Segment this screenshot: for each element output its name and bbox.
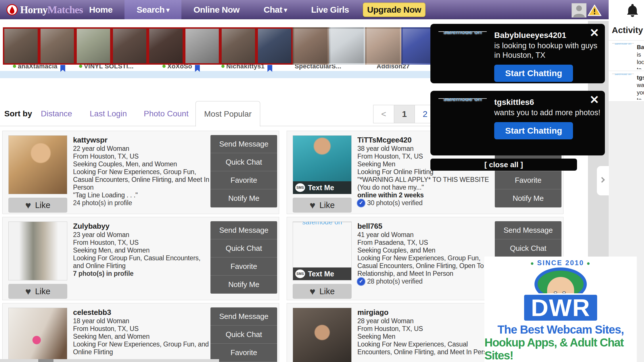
favorite-button[interactable]: Favorite (495, 171, 561, 189)
sort-by-label: Sort by (4, 101, 32, 126)
start-chatting-button[interactable]: Start Chatting (494, 65, 573, 82)
avatar[interactable] (572, 3, 586, 18)
quick-chat-button[interactable]: Quick Chat (210, 326, 277, 344)
like-button[interactable]: ♥ Like (8, 284, 67, 299)
nav-item-home[interactable]: Home (77, 0, 124, 19)
tab-last-login[interactable]: Last Login (90, 101, 127, 126)
activity-text: Babyblueeyes4201 is looking to hookup wi… (637, 43, 644, 69)
scrollbar-thumb[interactable] (38, 359, 53, 362)
horizontal-scrollbar[interactable] (0, 359, 219, 362)
close-icon[interactable]: ✕ (589, 26, 599, 39)
profile-meta: 28 year old WomanFrom Houston, TX, USSee… (357, 317, 495, 356)
profile-username[interactable]: mirgiago (357, 309, 495, 316)
profile-meta-line: 22 year old Woman (73, 145, 210, 153)
profile-meta-line: Looking For New Experiences, Group Fun, … (73, 340, 210, 356)
online-user-name[interactable]: SpectacularS... (295, 65, 341, 72)
profile-username[interactable]: bell765 (357, 222, 495, 230)
warning-icon[interactable] (588, 5, 601, 17)
quick-chat-button[interactable]: Quick Chat (210, 153, 277, 171)
page: HornyMatches HomeSearch▾Online NowChat▾L… (0, 0, 644, 362)
profile-meta-line: Seeking Men, and Women (73, 333, 210, 340)
notification-message: is looking to hookup with guys in Housto… (494, 41, 601, 60)
online-dot (13, 65, 16, 68)
favorite-button[interactable]: Favorite (210, 344, 277, 362)
online-user-thumbnail[interactable] (3, 27, 39, 65)
profile-username[interactable]: kattywspr (73, 136, 210, 144)
bell-icon[interactable] (626, 3, 639, 18)
tab-photo-count[interactable]: Photo Count (144, 101, 189, 126)
online-user-thumbnail[interactable] (329, 27, 365, 65)
profile-photo[interactable]: safemode on SMS Text Me (293, 222, 352, 280)
notify-me-button[interactable]: Notify Me (495, 189, 561, 207)
profile-meta-line: From Houston, TX, US (73, 153, 210, 160)
notification-photo[interactable]: safemode on (438, 98, 487, 152)
online-user-thumbnail[interactable] (256, 27, 293, 65)
text-me-button[interactable]: SMS Text Me (293, 267, 351, 280)
profile-meta-line: Seeking Men (357, 333, 495, 340)
online-user-thumbnail[interactable] (293, 27, 329, 65)
notify-me-button[interactable]: Notify Me (210, 276, 277, 294)
online-user-name[interactable]: Addison27 (377, 65, 410, 72)
send-message-button[interactable]: Send Message (495, 221, 561, 239)
activity-item[interactable]: safemode on Babyblueeyes4201 is looking … (609, 40, 644, 71)
heart-icon: ♥ (310, 200, 315, 211)
chevron-right-icon (599, 177, 605, 183)
nav-item-online-now[interactable]: Online Now (181, 0, 252, 19)
profile-photo[interactable] (293, 308, 352, 362)
text-me-button[interactable]: SMS Text Me (293, 181, 351, 194)
page-prev-button[interactable]: < (373, 105, 394, 123)
close-all-button[interactable]: [ close all ] (430, 159, 577, 171)
online-user-name[interactable]: Nichakittys1 (221, 65, 272, 72)
profile-photo[interactable] (8, 222, 67, 280)
profile-username[interactable]: Zulybabyy (73, 222, 210, 230)
profile-username[interactable]: celestebb3 (73, 309, 210, 316)
dwr-since-label: ● SINCE 2010 ● (530, 259, 591, 267)
profile-photo[interactable] (8, 308, 67, 362)
nav-item-live-girls[interactable]: Live Girls (299, 0, 361, 19)
profile-meta-line: 41 year old Woman (357, 231, 495, 239)
online-user-thumbnail[interactable] (75, 27, 112, 65)
send-message-button[interactable]: Send Message (210, 307, 277, 326)
quick-chat-button[interactable]: Quick Chat (495, 239, 561, 257)
tab-distance[interactable]: Distance (41, 101, 72, 126)
activity-item[interactable]: safemode on tgskittles6 wants you to add… (609, 71, 644, 101)
chevron-down-icon: ▾ (166, 6, 169, 14)
favorite-button[interactable]: Favorite (210, 171, 277, 189)
quick-chat-button[interactable]: Quick Chat (210, 239, 277, 257)
like-button[interactable]: ♥ Like (293, 284, 352, 299)
send-message-button[interactable]: Send Message (210, 221, 277, 239)
notification-popup: safemode on Babyblueeyes4201 is looking … (430, 24, 605, 83)
upgrade-now-button[interactable]: Upgrade Now (363, 3, 425, 17)
favorite-button[interactable]: Favorite (210, 257, 277, 276)
profile-photo[interactable]: SMS Text Me (293, 135, 352, 194)
like-button[interactable]: ♥ Like (293, 198, 352, 213)
online-user-thumbnail[interactable] (184, 27, 220, 65)
page-number-button[interactable]: 1 (394, 105, 415, 123)
profile-info: celestebb3 18 year old WomanFrom Houston… (73, 309, 210, 356)
profile-meta-line: 28 year old Woman (357, 317, 495, 325)
profile-meta: 18 year old WomanFrom Houston, TX, USSee… (73, 317, 210, 356)
online-user-name[interactable]: VINYL SOLSTI... (79, 65, 134, 72)
online-user-thumbnail[interactable] (39, 27, 75, 65)
notify-me-button[interactable]: Notify Me (210, 189, 277, 207)
dwr-acronym: DWR (523, 293, 599, 322)
nav-item-search[interactable]: Search▾ (124, 0, 181, 19)
brand-logo[interactable]: HornyMatches (6, 0, 83, 19)
start-chatting-button[interactable]: Start Chatting (494, 122, 573, 139)
online-user-name[interactable]: XoXoSo (162, 65, 200, 72)
tab-most-popular[interactable]: Most Popular (195, 101, 260, 126)
profile-card: ♥ Like Zulybabyy 23 year old WomanFrom H… (2, 217, 279, 300)
send-message-button[interactable]: Send Message (210, 135, 277, 153)
expand-panel-button[interactable] (597, 166, 609, 195)
online-user-thumbnail[interactable] (148, 27, 184, 65)
online-user-name[interactable]: anaXtamacia (13, 65, 65, 72)
profile-photo[interactable] (8, 135, 67, 194)
online-user-thumbnail[interactable] (220, 27, 256, 65)
online-user-thumbnail[interactable] (365, 27, 401, 65)
nav-item-chat[interactable]: Chat▾ (252, 0, 299, 19)
like-button[interactable]: ♥ Like (8, 198, 67, 213)
notification-photo[interactable]: safemode on (438, 31, 487, 80)
online-user-thumbnail[interactable] (112, 27, 148, 65)
close-icon[interactable]: ✕ (589, 93, 599, 106)
verified-flag-icon (195, 65, 200, 72)
